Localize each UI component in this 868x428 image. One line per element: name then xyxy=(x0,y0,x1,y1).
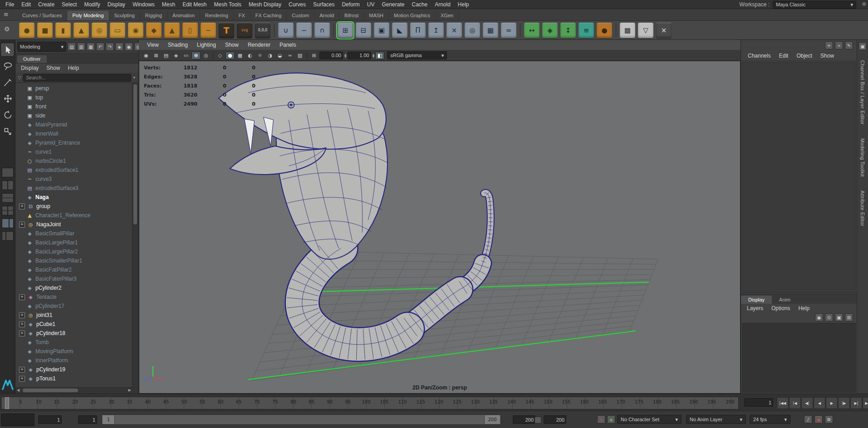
character-set-dropdown[interactable]: No Character Set ▾ xyxy=(617,415,682,424)
menu-deform[interactable]: Deform xyxy=(338,1,363,8)
manipulator-icon[interactable]: + xyxy=(825,41,833,49)
anim-layer-dropdown[interactable]: No Anim Layer ▾ xyxy=(686,415,746,424)
channel-menu-show[interactable]: Show xyxy=(816,53,838,59)
viewport-canvas[interactable]: Verts:181200Edges:362800Faces:181800Tris… xyxy=(139,61,740,394)
textured-icon[interactable]: ▦ xyxy=(235,52,245,59)
outliner-item-pcylinder19[interactable]: +◈pCylinder19 xyxy=(15,365,138,374)
boolean-difference-icon[interactable]: − xyxy=(296,23,312,38)
expander-icon[interactable]: + xyxy=(19,321,25,327)
outliner-item-group[interactable]: +⊡group xyxy=(15,202,138,211)
scale-tool[interactable] xyxy=(1,125,14,137)
current-frame-marker[interactable] xyxy=(5,397,9,409)
mirror-icon[interactable]: ↔ xyxy=(524,23,539,38)
shelf-tab-rigging[interactable]: Rigging xyxy=(140,11,167,20)
move-tool[interactable] xyxy=(1,92,14,105)
outliner-item-basiclargepillar1[interactable]: ◈BasicLargePillar1 xyxy=(15,238,138,247)
outliner-item-extrudedsurface1[interactable]: ▤extrudedSurface1 xyxy=(15,165,138,175)
playback-start-field[interactable] xyxy=(78,415,97,424)
extrude-icon[interactable]: ↥ xyxy=(428,23,444,38)
select-tool[interactable] xyxy=(1,44,14,56)
menu-help[interactable]: Help xyxy=(454,1,473,8)
layer-menu-options[interactable]: Options xyxy=(767,305,794,311)
bookmark-icon[interactable]: ◈ xyxy=(172,52,181,59)
channel-box-body[interactable] xyxy=(742,62,856,293)
outliner-item-side[interactable]: ▣side xyxy=(15,111,138,120)
menu-select[interactable]: Select xyxy=(58,1,80,8)
menu-display[interactable]: Display xyxy=(104,1,129,8)
edit-channels-icon[interactable]: ✎ xyxy=(845,41,853,49)
step-forward-frame-button[interactable]: ▶| xyxy=(850,397,862,409)
shelf-tab-arnold[interactable]: Arnold xyxy=(314,11,339,20)
layout-two-pane-stacked[interactable] xyxy=(2,193,14,203)
chevron-down-icon[interactable]: ▾ xyxy=(133,75,136,80)
channel-menu-edit[interactable]: Edit xyxy=(775,53,793,59)
character-set-icon[interactable]: + xyxy=(597,415,605,423)
outliner-panel-tab[interactable]: Outliner xyxy=(17,55,47,63)
auto-key-icon[interactable]: ◆ xyxy=(814,415,823,423)
outliner-item-basicsmallpillar[interactable]: ◈BasicSmallPillar xyxy=(15,229,138,238)
playback-end-field[interactable] xyxy=(513,415,535,424)
shelf-tab-bifrost[interactable]: Bifrost xyxy=(339,11,364,20)
menu-generate[interactable]: Generate xyxy=(378,1,408,8)
range-slider[interactable]: 1 200 xyxy=(102,414,501,425)
outliner-item-pcylinder18[interactable]: +◈pCylinder18 xyxy=(15,329,138,338)
expander-icon[interactable]: + xyxy=(19,331,25,336)
dock-icon[interactable]: ▣ xyxy=(858,42,867,50)
boolean-union-icon[interactable]: ∪ xyxy=(278,23,294,38)
layout-four-pane[interactable] xyxy=(2,180,14,190)
expander-icon[interactable]: + xyxy=(19,367,25,373)
animation-start-field[interactable] xyxy=(38,415,62,424)
new-scene-icon[interactable]: ▤ xyxy=(68,43,76,51)
shelf-tab-sculpting[interactable]: Sculpting xyxy=(109,11,140,20)
spinner-icon[interactable]: ▲▼ xyxy=(344,53,347,58)
menu-arnold[interactable]: Arnold xyxy=(431,1,454,8)
range-end-handle[interactable]: 200 xyxy=(484,415,500,424)
poly-pipe-icon[interactable]: ▯ xyxy=(182,23,198,38)
target-weld-icon[interactable]: ◎ xyxy=(465,23,480,38)
outliner-item-curve1[interactable]: ~curve1 xyxy=(15,147,138,156)
outliner-item-curve3[interactable]: ~curve3 xyxy=(15,175,138,184)
poly-torus-icon[interactable]: ◎ xyxy=(92,23,107,38)
wireframe-icon[interactable]: ◇ xyxy=(216,52,225,59)
outliner-item-ptorus1[interactable]: +◈pTorus1 xyxy=(15,374,138,383)
layout-persp-panel[interactable] xyxy=(2,231,14,241)
set-key-icon[interactable]: ◆ xyxy=(607,415,615,423)
layer-menu-help[interactable]: Help xyxy=(794,305,814,311)
expander-icon[interactable]: + xyxy=(19,312,25,318)
viewport-menu-renderer[interactable]: Renderer xyxy=(243,42,275,48)
go-to-start-button[interactable]: |◀◀ xyxy=(777,397,789,409)
outliner-menu-help[interactable]: Help xyxy=(64,65,83,71)
poly-plane-icon[interactable]: ▭ xyxy=(110,23,125,38)
shelf-gear-icon[interactable]: ⚙ xyxy=(4,25,10,33)
layout-persp-outliner[interactable] xyxy=(2,219,14,228)
poly-cube-icon[interactable]: ■ xyxy=(37,23,53,38)
outliner-item-innerwall[interactable]: ◈InnerWall xyxy=(15,129,138,138)
outliner-item-tentacle[interactable]: +◈Tentacle xyxy=(15,292,138,302)
shelf-tab-fx[interactable]: FX xyxy=(234,11,250,20)
select-hierarchy-icon[interactable]: ◈ xyxy=(115,43,123,51)
color-management-icon[interactable]: ◧ xyxy=(375,52,384,59)
menu-mesh[interactable]: Mesh xyxy=(158,1,179,8)
menu-windows[interactable]: Windows xyxy=(129,1,158,8)
viewport-menu-shading[interactable]: Shading xyxy=(163,42,192,48)
exposure-field[interactable] xyxy=(319,52,343,59)
outliner-item-pyramid-entrance[interactable]: ◈Pyramid_Entrance xyxy=(15,138,138,147)
go-to-end-button[interactable]: ▶▶| xyxy=(863,397,868,409)
outliner-item-front[interactable]: ▣front xyxy=(15,102,138,111)
reduce-icon[interactable]: ▽ xyxy=(638,23,653,38)
menu-curves[interactable]: Curves xyxy=(285,1,309,8)
audio-icon[interactable]: ♪ xyxy=(804,415,812,423)
shelf-tab-rendering[interactable]: Rendering xyxy=(200,11,234,20)
shelf-menu-icon[interactable]: ≡ xyxy=(4,11,9,18)
outliner-item-basicfatpillar2[interactable]: ◈BasicFatPillar2 xyxy=(15,265,138,274)
step-back-key-button[interactable]: ◀| xyxy=(801,397,813,409)
shelf-tab-xgen[interactable]: XGen xyxy=(436,11,459,20)
tab-attribute-editor[interactable]: Attribute Editor xyxy=(860,187,865,230)
expander-icon[interactable]: + xyxy=(19,376,25,382)
save-scene-icon[interactable]: ▦ xyxy=(87,43,95,51)
outliner-item-nurbscircle1[interactable]: ○nurbsCircle1 xyxy=(15,156,138,165)
bevel-icon[interactable]: ◣ xyxy=(392,23,407,38)
play-backwards-button[interactable]: ◀ xyxy=(814,397,825,409)
outliner-item-joint31[interactable]: +◎joint31 xyxy=(15,311,138,320)
poly-helix-icon[interactable]: ~ xyxy=(201,23,216,38)
